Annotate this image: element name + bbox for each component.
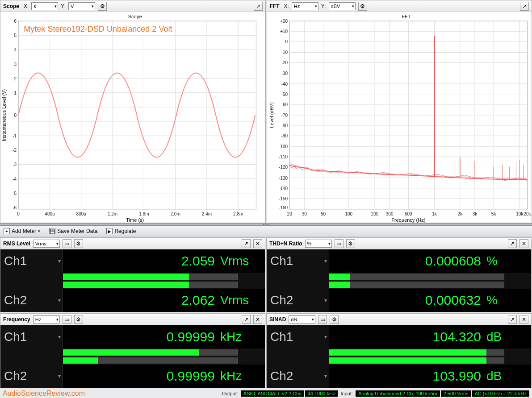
- chevron-down-icon[interactable]: ▾: [58, 258, 61, 264]
- sinad-ch2-value: 103.990: [329, 369, 486, 384]
- freq-meter-header: Frequency Hz ▭ ✕: [0, 314, 265, 325]
- gear-icon[interactable]: [98, 2, 107, 11]
- gear-icon[interactable]: [74, 315, 83, 324]
- thdn-ch1-row: Ch1▾ 0.000608 %: [267, 249, 531, 273]
- output-rate[interactable]: 44.1000 kHz: [305, 390, 338, 397]
- fft-x-label: X:: [284, 3, 289, 9]
- sinad-meter-header: SINAD dB ▭ ✕: [267, 314, 531, 325]
- thdn-ch2-label[interactable]: Ch2▾: [267, 289, 329, 312]
- svg-text:-2: -2: [13, 148, 17, 153]
- svg-text:800u: 800u: [76, 211, 86, 216]
- scope-y-unit-select[interactable]: V: [68, 2, 95, 10]
- gear-icon[interactable]: [346, 239, 355, 248]
- svg-text:2k: 2k: [457, 211, 463, 216]
- sinad-unit-select[interactable]: dB: [289, 315, 315, 323]
- popout-icon[interactable]: [242, 315, 251, 324]
- thdn-title: THD+N Ratio: [269, 240, 302, 247]
- scope-y-label: Y:: [61, 3, 66, 9]
- fft-header: FFT X: Hz Y: dBV: [267, 0, 532, 12]
- scope-x-unit-select[interactable]: s: [31, 2, 58, 10]
- svg-text:1.6m: 1.6m: [139, 211, 149, 216]
- svg-text:50: 50: [320, 211, 326, 216]
- svg-text:-140: -140: [279, 186, 288, 191]
- chevron-down-icon[interactable]: ▾: [58, 373, 61, 379]
- thdn-unit-select[interactable]: %: [305, 240, 332, 248]
- input-device[interactable]: Analog Unbalanced 2 Ch, 100 kohm: [356, 390, 440, 397]
- chevron-down-icon[interactable]: ▾: [58, 297, 61, 303]
- scope-graph-title: Scope: [128, 14, 142, 19]
- gear-icon[interactable]: [74, 239, 83, 248]
- svg-text:400u: 400u: [45, 211, 54, 216]
- close-icon[interactable]: ✕: [253, 239, 262, 248]
- scope-x-axis-label: Time (s): [126, 217, 144, 223]
- popout-icon[interactable]: [508, 315, 517, 324]
- freq-ch1-label[interactable]: Ch1▾: [0, 325, 63, 348]
- regulate-button[interactable]: ▶Regulate: [105, 228, 138, 235]
- rms-unit-select[interactable]: Vrms: [33, 240, 60, 248]
- sinad-ch2-row: Ch2▾ 103.990 dB: [267, 365, 531, 388]
- freq-ch1-value: 0.99999: [63, 329, 220, 344]
- rms-ch1-unit: Vrms: [220, 254, 265, 268]
- display-icon[interactable]: ▭: [63, 315, 71, 324]
- chevron-down-icon[interactable]: ▾: [324, 373, 327, 379]
- svg-text:-150: -150: [279, 196, 288, 201]
- fft-y-label: Y:: [321, 3, 326, 9]
- save-meter-data-button[interactable]: 💾Save Meter Data: [47, 228, 99, 235]
- freq-unit-select[interactable]: Hz: [33, 315, 60, 323]
- sinad-ch1-value: 104.320: [329, 329, 486, 344]
- chevron-down-icon[interactable]: ▾: [324, 297, 327, 303]
- rms-ch2-label[interactable]: Ch2▾: [0, 289, 63, 312]
- svg-text:-3: -3: [13, 162, 17, 167]
- thdn-ch1-label[interactable]: Ch1▾: [267, 249, 329, 273]
- fft-x-unit-select[interactable]: Hz: [292, 2, 318, 10]
- popout-icon[interactable]: [520, 2, 529, 11]
- output-device[interactable]: ASIO: ASIO4ALL v2 2 Chs: [241, 390, 304, 397]
- svg-text:10k: 10k: [516, 211, 524, 216]
- play-icon: ▶: [106, 228, 113, 234]
- scope-x-label: X:: [24, 3, 29, 9]
- fft-y-unit-select[interactable]: dBV: [329, 2, 356, 10]
- add-meter-button[interactable]: +Add Meter ▾: [2, 228, 42, 235]
- fft-x-axis-label: Frequency (Hz): [391, 217, 425, 223]
- sinad-ch1-label[interactable]: Ch1▾: [267, 325, 329, 348]
- svg-text:-160: -160: [279, 205, 288, 210]
- fft-y-axis-label: Level (dBV): [269, 102, 274, 128]
- input-bandwidth[interactable]: AC (<10 Hz) – 22.4 kHz: [472, 390, 529, 397]
- sinad-ch2-label[interactable]: Ch2▾: [267, 365, 329, 388]
- freq-ch2-value: 0.99999: [63, 369, 220, 384]
- sinad-ch2-unit: dB: [486, 369, 531, 383]
- popout-icon[interactable]: [508, 239, 517, 248]
- chevron-down-icon[interactable]: ▾: [324, 334, 327, 340]
- close-icon[interactable]: ✕: [519, 315, 528, 324]
- display-icon[interactable]: ▭: [335, 239, 343, 248]
- scope-title: Scope: [3, 3, 19, 9]
- close-icon[interactable]: ✕: [253, 315, 262, 324]
- chevron-down-icon[interactable]: ▾: [58, 334, 61, 340]
- brand-watermark: AudioScienceReview.com: [3, 390, 85, 398]
- gear-icon[interactable]: [358, 2, 367, 11]
- popout-icon[interactable]: [254, 2, 263, 11]
- svg-text:0: 0: [17, 211, 20, 216]
- freq-ch2-label[interactable]: Ch2▾: [0, 365, 63, 388]
- svg-text:-130: -130: [279, 176, 288, 181]
- svg-text:-90: -90: [281, 133, 288, 138]
- scope-plot-area[interactable]: Scope 6543210-1-2-3-4-5-6 0400u800u1.2m1…: [0, 12, 265, 223]
- chevron-down-icon[interactable]: ▾: [324, 258, 327, 264]
- rms-ch1-label[interactable]: Ch1▾: [0, 249, 63, 273]
- output-label: Output:: [220, 391, 240, 396]
- fft-plot-area[interactable]: FFT: [267, 12, 532, 223]
- svg-text:+10: +10: [280, 29, 288, 34]
- rms-ch1-value: 2.059: [63, 253, 220, 269]
- sinad-ch1-unit: dB: [486, 330, 531, 344]
- scope-y-axis-label: Instantaneous Level (V): [1, 89, 7, 141]
- close-icon[interactable]: ✕: [519, 239, 528, 248]
- svg-text:5k: 5k: [491, 211, 496, 216]
- display-icon[interactable]: ▭: [318, 315, 327, 324]
- fft-graph-title: FFT: [402, 14, 411, 19]
- display-icon[interactable]: ▭: [63, 239, 71, 248]
- gear-icon[interactable]: [330, 315, 339, 324]
- svg-text:-80: -80: [281, 123, 288, 128]
- input-range[interactable]: 2.500 Vrms: [441, 390, 471, 397]
- thdn-ch2-unit: %: [486, 293, 531, 307]
- popout-icon[interactable]: [242, 239, 251, 248]
